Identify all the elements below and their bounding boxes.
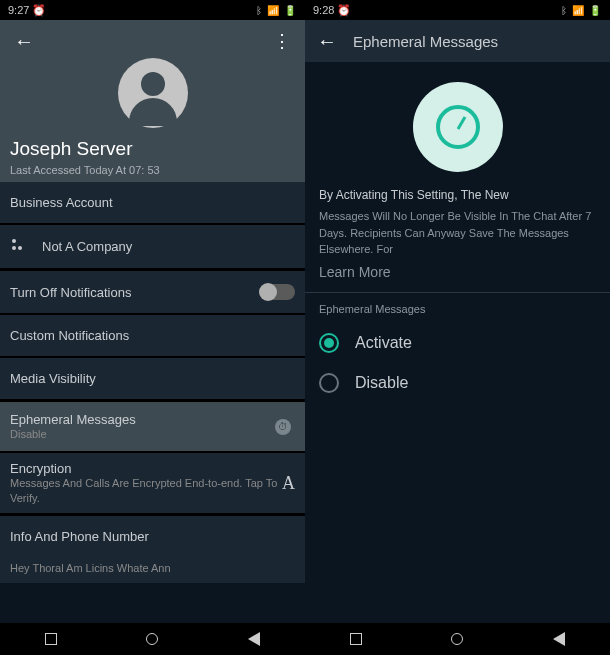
page-title: Ephemeral Messages xyxy=(353,33,498,50)
nav-bar xyxy=(305,623,610,655)
radio-icon-selected xyxy=(319,333,339,353)
status-bar: 9:27 ⏰ ᛒ 📶 🔋 xyxy=(0,0,305,20)
header-bar: ← Ephemeral Messages xyxy=(305,20,610,62)
contact-info-screen: 9:27 ⏰ ᛒ 📶 🔋 ← ⋮ Joseph Server Last Acce… xyxy=(0,0,305,655)
custom-notif-label: Custom Notifications xyxy=(10,328,129,343)
ephemeral-status: Disable xyxy=(10,427,295,441)
radio-activate-label: Activate xyxy=(355,334,412,352)
svg-point-0 xyxy=(12,239,16,243)
encryption-sub: Messages And Calls Are Encrypted End-to-… xyxy=(10,476,282,505)
status-left: 9:27 ⏰ xyxy=(8,4,46,17)
profile-name: Joseph Server xyxy=(0,136,143,162)
back-button[interactable]: ← xyxy=(14,30,34,53)
timer-circle-icon xyxy=(413,82,503,172)
profile-header: ← ⋮ Joseph Server Last Accessed Today At… xyxy=(0,20,305,182)
bluetooth-icon: ᛒ xyxy=(561,5,568,16)
timer-illustration xyxy=(305,62,610,186)
business-account-label: Business Account xyxy=(0,182,305,223)
radio-icon-unselected xyxy=(319,373,339,393)
nav-recent-button[interactable] xyxy=(45,633,57,645)
back-button[interactable]: ← xyxy=(317,30,337,53)
last-accessed: Last Accessed Today At 07: 53 xyxy=(0,162,170,178)
status-bar: 9:28 ⏰ ᛒ 📶 🔋 xyxy=(305,0,610,20)
nav-home-button[interactable] xyxy=(451,633,463,645)
status-left: 9:28 ⏰ xyxy=(313,4,351,17)
media-visibility-row[interactable]: Media Visibility xyxy=(0,358,305,399)
timer-icon: ⏱ xyxy=(275,419,291,435)
radio-section-label: Ephemeral Messages xyxy=(305,293,610,323)
about-row[interactable]: Hey Thoral Am Licins Whate Ann xyxy=(0,557,305,583)
encryption-row[interactable]: Encryption Messages And Calls Are Encryp… xyxy=(0,453,305,513)
status-right: ᛒ 📶 🔋 xyxy=(256,5,297,16)
lock-icon: A xyxy=(282,473,295,494)
nav-back-button[interactable] xyxy=(248,632,260,646)
encryption-title: Encryption xyxy=(10,461,282,476)
nav-home-button[interactable] xyxy=(146,633,158,645)
menu-button[interactable]: ⋮ xyxy=(273,30,291,53)
alarm-icon: ⏰ xyxy=(337,4,351,16)
nav-back-button[interactable] xyxy=(553,632,565,646)
battery-icon: 🔋 xyxy=(284,5,297,16)
radio-disable[interactable]: Disable xyxy=(305,363,610,403)
bluetooth-icon: ᛒ xyxy=(256,5,263,16)
media-visibility-label: Media Visibility xyxy=(10,371,96,386)
about-text: Hey Thoral Am Licins Whate Ann xyxy=(10,561,171,575)
status-time: 9:28 xyxy=(313,4,334,16)
company-icon xyxy=(10,238,34,255)
ephemeral-title: Ephemeral Messages xyxy=(10,412,295,427)
radio-activate[interactable]: Activate xyxy=(305,323,610,363)
nav-recent-button[interactable] xyxy=(350,633,362,645)
notifications-toggle[interactable] xyxy=(261,284,295,300)
avatar-icon[interactable] xyxy=(118,58,188,128)
desc-body: Messages Will No Longer Be Visible In Th… xyxy=(305,208,610,262)
nav-bar xyxy=(0,623,305,655)
description-block: By Activating This Setting, The New Mess… xyxy=(305,186,610,292)
status-right: ᛒ 📶 🔋 xyxy=(561,5,602,16)
learn-more-link[interactable]: Learn More xyxy=(305,262,610,292)
custom-notifications-row[interactable]: Custom Notifications xyxy=(0,315,305,356)
not-company-row[interactable]: Not A Company xyxy=(0,225,305,268)
turn-off-notif-label: Turn Off Notifications xyxy=(10,285,261,300)
svg-point-1 xyxy=(18,246,22,250)
radio-disable-label: Disable xyxy=(355,374,408,392)
battery-icon: 🔋 xyxy=(589,5,602,16)
alarm-icon: ⏰ xyxy=(32,4,46,16)
not-company-text: Not A Company xyxy=(42,239,132,254)
desc-header: By Activating This Setting, The New xyxy=(319,188,509,202)
turn-off-notifications-row[interactable]: Turn Off Notifications xyxy=(0,271,305,313)
signal-icon: 📶 xyxy=(267,5,280,16)
ephemeral-messages-row[interactable]: Ephemeral Messages Disable ⏱ xyxy=(0,402,305,451)
ephemeral-settings-screen: 9:28 ⏰ ᛒ 📶 🔋 ← Ephemeral Messages By Act… xyxy=(305,0,610,655)
status-time: 9:27 xyxy=(8,4,29,16)
signal-icon: 📶 xyxy=(572,5,585,16)
info-phone-label: Info And Phone Number xyxy=(0,516,305,557)
svg-point-2 xyxy=(12,246,16,250)
